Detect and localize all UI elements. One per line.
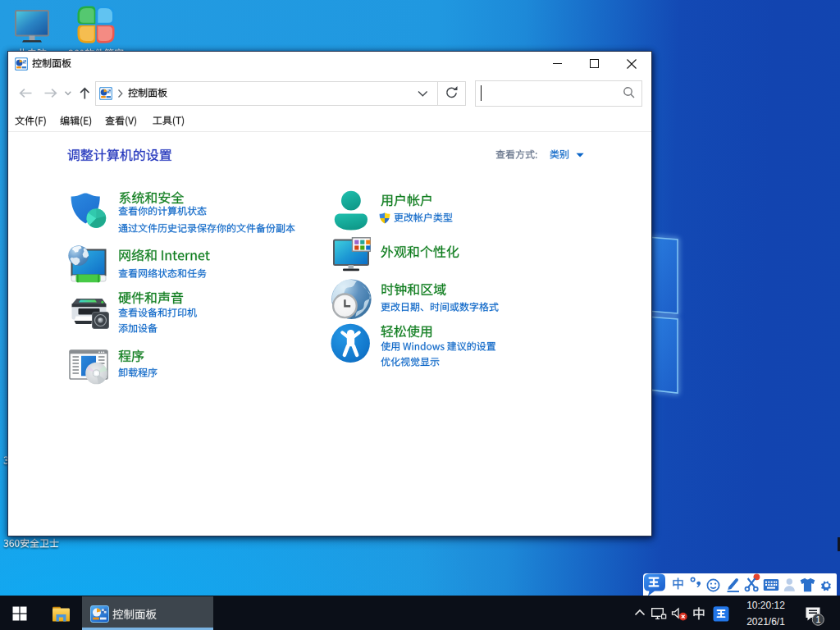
svg-text:1: 1 — [815, 614, 820, 624]
